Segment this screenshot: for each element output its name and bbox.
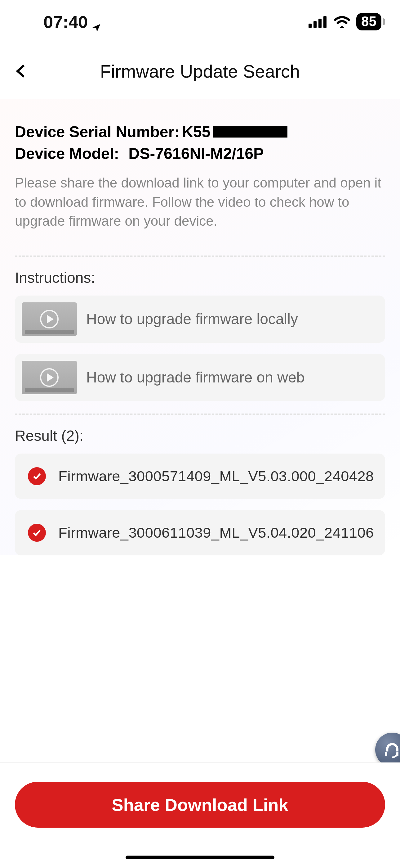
- battery-level-text: 85: [361, 14, 376, 29]
- back-button[interactable]: [9, 59, 33, 84]
- content-area: Device Serial Number: K55 Device Model: …: [0, 99, 400, 555]
- svg-rect-3: [324, 16, 327, 28]
- wifi-icon: [333, 16, 351, 28]
- firmware-name: Firmware_3000611039_ML_V5.04.020_241106: [58, 524, 374, 541]
- device-serial-row: Device Serial Number: K55: [15, 121, 385, 143]
- separator: [15, 255, 385, 257]
- play-icon: [40, 310, 59, 329]
- device-info: Device Serial Number: K55 Device Model: …: [15, 99, 385, 243]
- help-text: Please share the download link to your c…: [15, 173, 385, 231]
- status-time-text: 07:40: [43, 12, 88, 32]
- svg-rect-2: [319, 19, 322, 28]
- device-model-value: DS-7616NI-M2/16P: [128, 143, 264, 164]
- battery-icon: 85: [356, 13, 381, 30]
- svg-rect-1: [313, 21, 316, 28]
- redaction-block: [213, 126, 288, 137]
- bottom-bar: Share Download Link: [0, 763, 400, 868]
- instructions-label: Instructions:: [15, 269, 385, 286]
- firmware-result-item[interactable]: Firmware_3000571409_ML_V5.03.000_240428: [15, 454, 385, 499]
- home-indicator[interactable]: [126, 856, 274, 859]
- firmware-result-item[interactable]: Firmware_3000611039_ML_V5.04.020_241106: [15, 510, 385, 555]
- firmware-name: Firmware_3000571409_ML_V5.03.000_240428: [58, 468, 374, 485]
- play-icon: [40, 368, 59, 387]
- check-icon: [28, 524, 46, 542]
- instruction-video-web[interactable]: How to upgrade firmware on web: [15, 354, 385, 401]
- instruction-title: How to upgrade firmware on web: [86, 369, 304, 386]
- support-fab[interactable]: [375, 733, 400, 767]
- video-thumbnail: [22, 302, 77, 336]
- instruction-video-local[interactable]: How to upgrade firmware locally: [15, 296, 385, 343]
- status-right: 85: [308, 13, 381, 30]
- check-icon: [28, 467, 46, 485]
- results-label: Result (2):: [15, 427, 385, 444]
- cellular-icon: [308, 16, 328, 28]
- share-download-button[interactable]: Share Download Link: [15, 782, 385, 828]
- device-model-row: Device Model: DS-7616NI-M2/16P: [15, 143, 385, 164]
- nav-header: Firmware Update Search: [0, 43, 400, 99]
- instruction-title: How to upgrade firmware locally: [86, 310, 298, 328]
- device-serial-value: K55: [182, 121, 210, 143]
- svg-rect-0: [308, 24, 312, 28]
- page-title: Firmware Update Search: [100, 61, 300, 82]
- status-bar: 07:40 85: [0, 0, 400, 43]
- location-icon: [92, 17, 101, 27]
- separator: [15, 413, 385, 415]
- device-serial-label: Device Serial Number:: [15, 121, 179, 143]
- video-thumbnail: [22, 361, 77, 394]
- device-model-label: Device Model:: [15, 143, 119, 164]
- status-time: 07:40: [43, 12, 101, 32]
